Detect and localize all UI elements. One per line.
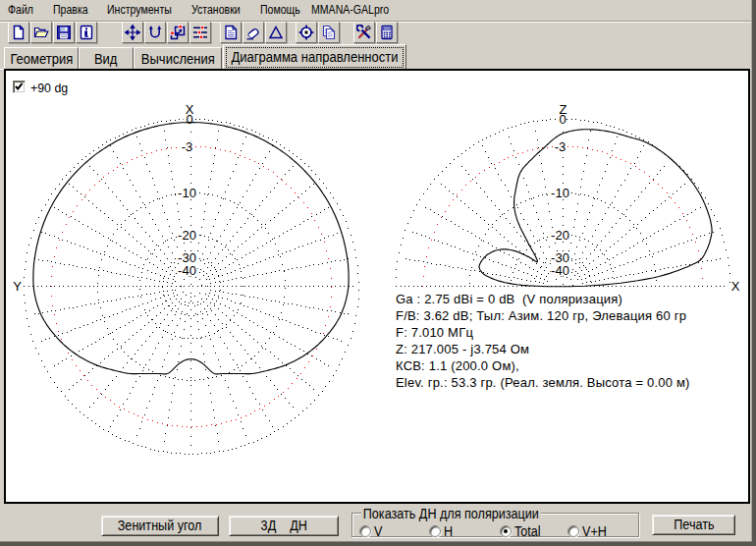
svg-text:Y: Y xyxy=(13,279,22,294)
svg-text:-10: -10 xyxy=(178,186,196,200)
svg-text:-3: -3 xyxy=(182,139,193,154)
svg-text:X: X xyxy=(186,102,194,117)
svg-text:Z: Z xyxy=(560,102,567,117)
svg-text:-20: -20 xyxy=(551,228,569,243)
svg-text:-3: -3 xyxy=(555,139,567,154)
svg-text:-10: -10 xyxy=(551,186,569,200)
svg-text:-20: -20 xyxy=(178,228,196,243)
svg-text:-40: -40 xyxy=(178,263,196,278)
svg-text:-40: -40 xyxy=(551,263,569,278)
svg-text:X: X xyxy=(731,279,740,294)
